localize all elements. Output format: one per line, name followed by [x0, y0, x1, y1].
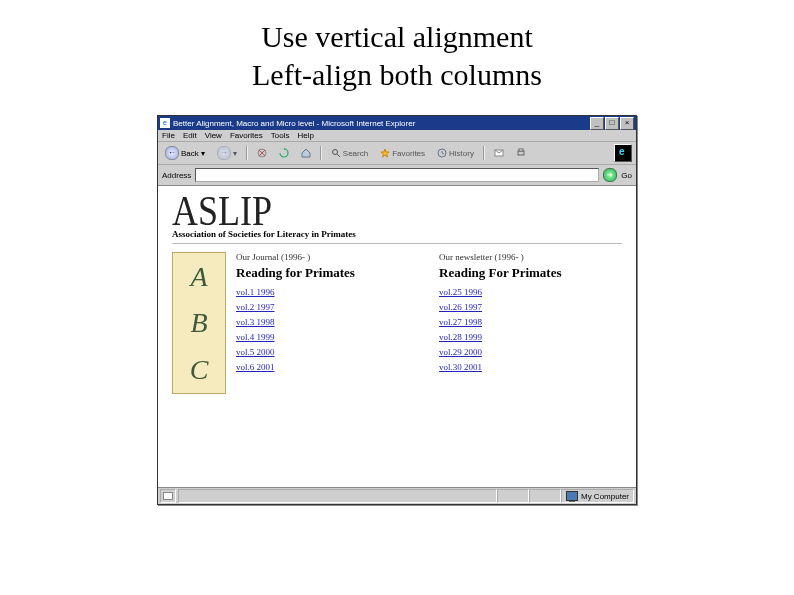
history-label: History: [449, 149, 474, 158]
page-content: ASLIP Association of Societies for Liter…: [158, 186, 636, 487]
address-bar: Address ➜ Go: [158, 165, 636, 186]
newsletter-link[interactable]: vol.26 1997: [439, 302, 622, 312]
svg-point-1: [332, 150, 337, 155]
mail-button[interactable]: [491, 147, 507, 159]
toolbar: ← Back ▾ → ▾ Search Favorites Histor: [158, 142, 636, 165]
toolbar-separator: [246, 146, 248, 160]
menu-file[interactable]: File: [162, 131, 175, 140]
status-cell: [497, 489, 529, 503]
history-icon: [437, 148, 447, 158]
forward-button[interactable]: → ▾: [214, 145, 240, 161]
stop-button[interactable]: [254, 147, 270, 159]
print-icon: [516, 148, 526, 158]
ie-throbber-icon: [614, 144, 632, 162]
search-icon: [331, 148, 341, 158]
status-bar: My Computer: [158, 487, 636, 504]
newsletter-link[interactable]: vol.27 1998: [439, 317, 622, 327]
abc-c: C: [190, 354, 209, 386]
print-button[interactable]: [513, 147, 529, 159]
address-input[interactable]: [195, 168, 599, 182]
newsletter-link[interactable]: vol.28 1999: [439, 332, 622, 342]
journal-heading: Reading for Primates: [236, 265, 419, 281]
back-dropdown-icon: ▾: [201, 149, 205, 158]
slide-title-line1: Use vertical alignment: [261, 20, 533, 53]
favorites-label: Favorites: [392, 149, 425, 158]
svg-rect-4: [518, 151, 524, 155]
journal-link[interactable]: vol.4 1999: [236, 332, 419, 342]
menu-edit[interactable]: Edit: [183, 131, 197, 140]
journal-link[interactable]: vol.6 2001: [236, 362, 419, 372]
favorites-button[interactable]: Favorites: [377, 147, 428, 159]
newsletter-link[interactable]: vol.29 2000: [439, 347, 622, 357]
newsletter-link[interactable]: vol.30 2001: [439, 362, 622, 372]
stop-icon: [257, 148, 267, 158]
title-bar: e Better Alignment, Macro and Micro leve…: [158, 116, 636, 130]
menu-favorites[interactable]: Favorites: [230, 131, 263, 140]
newsletter-heading: Reading For Primates: [439, 265, 622, 281]
site-logo: ASLIP: [172, 193, 622, 230]
journal-link[interactable]: vol.3 1998: [236, 317, 419, 327]
toolbar-separator: [483, 146, 485, 160]
newsletter-column: Our newsletter (1996- ) Reading For Prim…: [439, 252, 622, 394]
mail-icon: [494, 148, 504, 158]
slide-title-line2: Left-align both columns: [252, 58, 542, 91]
newsletter-caption: Our newsletter (1996- ): [439, 252, 622, 262]
home-icon: [301, 148, 311, 158]
journal-link[interactable]: vol.2 1997: [236, 302, 419, 312]
refresh-icon: [279, 148, 289, 158]
back-label: Back: [181, 149, 199, 158]
back-button[interactable]: ← Back ▾: [162, 145, 208, 161]
refresh-button[interactable]: [276, 147, 292, 159]
menu-bar: File Edit View Favorites Tools Help: [158, 130, 636, 142]
status-cell: [178, 489, 497, 503]
newsletter-link[interactable]: vol.25 1996: [439, 287, 622, 297]
maximize-button[interactable]: □: [605, 117, 619, 130]
menu-tools[interactable]: Tools: [271, 131, 290, 140]
status-zone: My Computer: [561, 489, 634, 503]
journal-column: Our Journal (1996- ) Reading for Primate…: [236, 252, 419, 394]
go-button[interactable]: ➜: [603, 168, 617, 182]
address-label: Address: [162, 171, 191, 180]
status-page-icon: [160, 489, 176, 503]
journal-caption: Our Journal (1996- ): [236, 252, 419, 262]
search-button[interactable]: Search: [328, 147, 371, 159]
forward-dropdown-icon: ▾: [233, 149, 237, 158]
slide-title: Use vertical alignment Left-align both c…: [0, 18, 794, 93]
window-title: Better Alignment, Macro and Micro level …: [173, 119, 590, 128]
menu-view[interactable]: View: [205, 131, 222, 140]
home-button[interactable]: [298, 147, 314, 159]
abc-image: A B C: [172, 252, 226, 394]
status-zone-label: My Computer: [581, 492, 629, 501]
favorites-icon: [380, 148, 390, 158]
back-arrow-icon: ←: [165, 146, 179, 160]
minimize-button[interactable]: _: [590, 117, 604, 130]
forward-arrow-icon: →: [217, 146, 231, 160]
journal-link[interactable]: vol.5 2000: [236, 347, 419, 357]
abc-b: B: [190, 307, 207, 339]
status-cell: [529, 489, 561, 503]
close-button[interactable]: ×: [620, 117, 634, 130]
journal-link[interactable]: vol.1 1996: [236, 287, 419, 297]
toolbar-separator: [320, 146, 322, 160]
go-label: Go: [621, 171, 632, 180]
browser-window: e Better Alignment, Macro and Micro leve…: [157, 115, 637, 505]
svg-rect-5: [519, 149, 523, 151]
history-button[interactable]: History: [434, 147, 477, 159]
computer-icon: [566, 491, 578, 501]
search-label: Search: [343, 149, 368, 158]
menu-help[interactable]: Help: [297, 131, 313, 140]
ie-page-icon: e: [160, 118, 170, 128]
abc-a: A: [190, 261, 207, 293]
divider: [172, 243, 622, 244]
